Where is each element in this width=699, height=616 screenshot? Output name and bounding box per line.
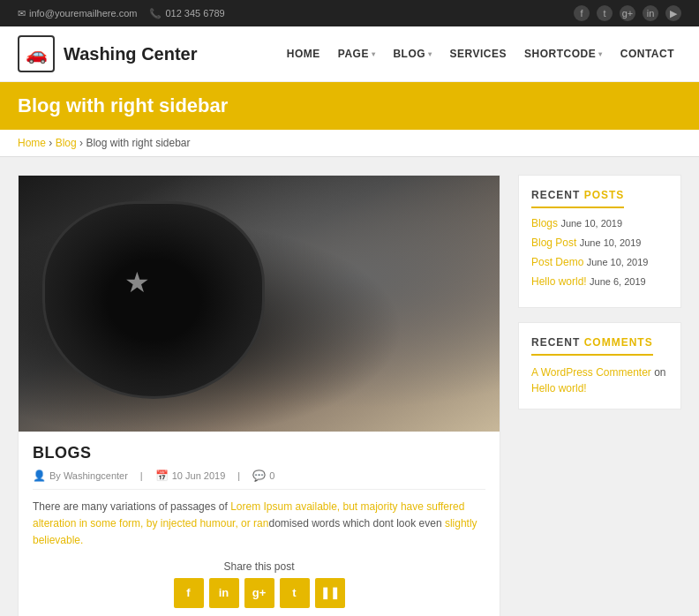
nav-services[interactable]: SERVICES — [443, 42, 514, 65]
nav-home[interactable]: HOME — [280, 42, 327, 65]
nav-shortcode-caret: ▾ — [598, 50, 603, 58]
post-divider1: | — [140, 470, 143, 481]
post-date: 10 Jun 2019 — [172, 470, 226, 481]
post-image — [19, 176, 500, 432]
breadcrumb: Home › Blog › Blog with right sidebar — [0, 130, 699, 157]
email-info: ✉ info@youremailhere.com — [18, 8, 137, 19]
post-meta: 👤 By Washingcenter | 📅 10 Jun 2019 | 💬 0 — [33, 470, 485, 490]
hero-title: Blog with right sidebar — [18, 94, 681, 117]
share-googleplus[interactable]: g+ — [244, 578, 274, 608]
recent-post-link-1[interactable]: Blogs — [531, 217, 558, 229]
share-facebook[interactable]: f — [174, 578, 204, 608]
recent-post-item-4: Hello world! June 6, 2019 — [531, 275, 668, 288]
topbar-contact: ✉ info@youremailhere.com 📞 012 345 6789 — [18, 8, 225, 19]
nav-shortcode[interactable]: SHORTCODE ▾ — [517, 42, 610, 65]
recent-post-link-3[interactable]: Post Demo — [531, 256, 583, 268]
email-icon: ✉ — [18, 8, 26, 19]
nav-page-caret: ▾ — [372, 50, 376, 58]
recent-posts-list: Blogs June 10, 2019 Blog Post June 10, 2… — [531, 217, 668, 288]
post-date-meta: 📅 10 Jun 2019 — [155, 470, 226, 482]
share-label: Share this post — [33, 560, 485, 573]
nav-page[interactable]: PAGE ▾ — [331, 42, 383, 65]
logo: 🚗 Washing Center — [18, 35, 198, 72]
recent-post-item-2: Blog Post June 10, 2019 — [531, 237, 668, 249]
post-card: BLOGS 👤 By Washingcenter | 📅 10 Jun 2019… — [18, 175, 500, 616]
car-interior-image — [19, 176, 500, 432]
content-area: BLOGS 👤 By Washingcenter | 📅 10 Jun 2019… — [18, 175, 500, 616]
sidebar: RECENT POSTS Blogs June 10, 2019 Blog Po… — [518, 175, 681, 616]
social-youtube[interactable]: ▶ — [665, 5, 681, 21]
recent-posts-widget: RECENT POSTS Blogs June 10, 2019 Blog Po… — [518, 175, 681, 308]
share-buttons: f in g+ t ❚❚ — [33, 578, 485, 608]
breadcrumb-sep1: › — [49, 137, 55, 149]
recent-post-item-3: Post Demo June 10, 2019 — [531, 256, 668, 268]
phone-info: 📞 012 345 6789 — [149, 8, 224, 19]
phone-icon: 📞 — [149, 8, 162, 19]
main-nav: HOME PAGE ▾ BLOG ▾ SERVICES SHORTCODE ▾ … — [280, 42, 681, 65]
post-author-meta: 👤 By Washingcenter — [33, 470, 128, 482]
comment-on: on — [654, 366, 665, 379]
post-comments-meta: 💬 0 — [252, 470, 274, 482]
recent-post-date-4: June 6, 2019 — [590, 276, 646, 287]
recent-comments-widget: RECENT COMMENTS A WordPress Commenter on… — [518, 322, 681, 409]
excerpt-link1[interactable]: Lorem Ipsum available, but majority have… — [33, 500, 464, 530]
comment-icon: 💬 — [252, 470, 266, 482]
recent-post-date-1: June 10, 2019 — [560, 218, 622, 229]
hero-banner: Blog with right sidebar — [0, 82, 699, 130]
author-icon: 👤 — [33, 470, 46, 482]
post-body: BLOGS 👤 By Washingcenter | 📅 10 Jun 2019… — [19, 432, 500, 616]
recent-post-link-2[interactable]: Blog Post — [531, 237, 576, 249]
header: 🚗 Washing Center HOME PAGE ▾ BLOG ▾ SERV… — [0, 26, 699, 82]
post-comments-count: 0 — [269, 470, 274, 481]
social-twitter[interactable]: t — [597, 5, 613, 21]
calendar-icon: 📅 — [155, 470, 169, 482]
breadcrumb-blog[interactable]: Blog — [56, 137, 77, 149]
site-title: Washing Center — [64, 44, 198, 64]
nav-blog-caret: ▾ — [428, 50, 432, 58]
nav-contact[interactable]: CONTACT — [613, 42, 681, 65]
breadcrumb-current: Blog with right sidebar — [86, 137, 190, 149]
comment-item-1: A WordPress Commenter on Hello world! — [531, 364, 668, 396]
main-container: BLOGS 👤 By Washingcenter | 📅 10 Jun 2019… — [0, 157, 699, 616]
topbar: ✉ info@youremailhere.com 📞 012 345 6789 … — [0, 0, 699, 26]
topbar-social: f t g+ in ▶ — [574, 5, 681, 21]
comment-author-link[interactable]: A WordPress Commenter — [531, 366, 651, 379]
social-googleplus[interactable]: g+ — [620, 5, 635, 21]
recent-comments-title: RECENT COMMENTS — [531, 336, 653, 356]
post-author: By Washingcenter — [49, 470, 128, 481]
post-divider2: | — [237, 470, 240, 481]
logo-icon: 🚗 — [18, 35, 55, 72]
recent-post-link-4[interactable]: Hello world! — [531, 275, 587, 288]
post-title: BLOGS — [33, 444, 485, 462]
social-facebook[interactable]: f — [574, 5, 590, 21]
comment-post-link[interactable]: Hello world! — [531, 382, 587, 394]
share-digg[interactable]: ❚❚ — [315, 578, 345, 608]
recent-post-date-2: June 10, 2019 — [580, 237, 642, 248]
social-linkedin[interactable]: in — [643, 5, 658, 21]
recent-post-date-3: June 10, 2019 — [587, 257, 649, 267]
share-section: Share this post f in g+ t ❚❚ — [33, 560, 485, 608]
nav-blog[interactable]: BLOG ▾ — [386, 42, 439, 65]
recent-post-item-1: Blogs June 10, 2019 — [531, 217, 668, 229]
post-excerpt: There are many variations of passages of… — [33, 499, 485, 550]
recent-posts-title: RECENT POSTS — [531, 189, 624, 208]
share-twitter[interactable]: t — [280, 578, 310, 608]
share-linkedin[interactable]: in — [209, 578, 239, 608]
breadcrumb-home[interactable]: Home — [18, 137, 46, 149]
